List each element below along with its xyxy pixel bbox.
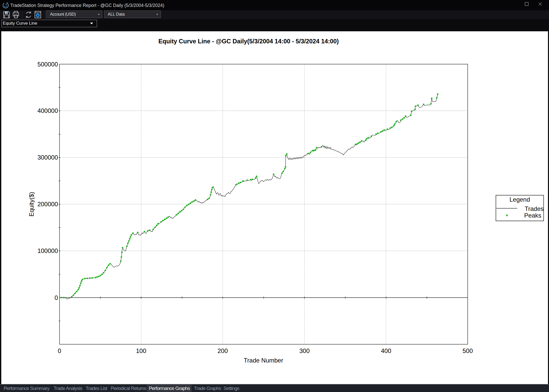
svg-text:300: 300 bbox=[299, 347, 310, 354]
svg-text:0: 0 bbox=[55, 294, 58, 301]
svg-text:400: 400 bbox=[381, 347, 391, 354]
svg-text:100000: 100000 bbox=[37, 247, 58, 254]
svg-text:500: 500 bbox=[463, 347, 473, 354]
svg-text:Trade Number: Trade Number bbox=[244, 357, 283, 364]
svg-text:500000: 500000 bbox=[37, 61, 58, 68]
svg-text:400000: 400000 bbox=[37, 107, 58, 114]
svg-text:Equity Curve Line - @GC Daily(: Equity Curve Line - @GC Daily(5/3/2004 1… bbox=[159, 38, 339, 45]
svg-text:100: 100 bbox=[136, 347, 146, 354]
svg-text:300000: 300000 bbox=[37, 154, 58, 161]
svg-text:Peaks: Peaks bbox=[524, 212, 541, 219]
svg-text:0: 0 bbox=[58, 347, 61, 354]
svg-text:200: 200 bbox=[218, 347, 228, 354]
svg-text:Trades: Trades bbox=[525, 205, 544, 212]
svg-text:Legend: Legend bbox=[509, 196, 530, 203]
svg-text:Equity($): Equity($) bbox=[28, 192, 35, 217]
svg-text:200000: 200000 bbox=[37, 201, 58, 208]
